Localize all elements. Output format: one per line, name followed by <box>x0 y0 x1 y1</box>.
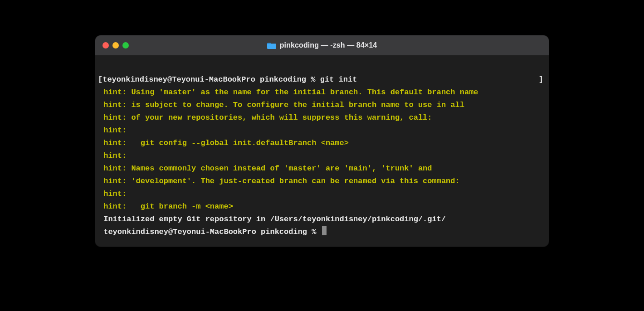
hint-line: hint: Names commonly chosen instead of '… <box>98 162 546 175</box>
window-title: pinkcoding — -zsh — 84×14 <box>95 41 549 49</box>
close-icon[interactable] <box>102 42 109 49</box>
hint-line: hint: git branch -m <name> <box>98 200 546 213</box>
hint-line: hint: <box>98 150 546 162</box>
cursor-icon <box>322 226 327 235</box>
minimize-icon[interactable] <box>112 42 119 49</box>
window-title-text: pinkcoding — -zsh — 84×14 <box>280 41 377 49</box>
hint-line: hint: Using 'master' as the name for the… <box>98 86 546 99</box>
prompt-text: teyonkindisney@Teyonui-MacBookPro pinkco… <box>99 228 321 236</box>
init-message: Initialized empty Git repository in /Use… <box>98 213 546 226</box>
hint-line: hint: <box>98 124 546 137</box>
maximize-icon[interactable] <box>122 42 129 49</box>
prompt-right-bracket: ] <box>539 73 546 86</box>
hint-line: hint: 'development'. The just-created br… <box>98 175 546 188</box>
terminal-output[interactable]: [teyonkindisney@Teyonui-MacBookPro pinkc… <box>95 55 549 247</box>
prompt-text: [teyonkindisney@Teyonui-MacBookPro pinkc… <box>98 75 320 84</box>
hint-line: hint: is subject to change. To configure… <box>98 99 546 112</box>
titlebar[interactable]: pinkcoding — -zsh — 84×14 <box>95 35 549 55</box>
hint-line: hint: of your new repositories, which wi… <box>98 112 546 124</box>
hint-line: hint: <box>98 188 546 200</box>
window-controls <box>102 42 129 49</box>
prompt-line-2: teyonkindisney@Teyonui-MacBookPro pinkco… <box>98 226 546 238</box>
terminal-window: pinkcoding — -zsh — 84×14 [teyonkindisne… <box>95 35 549 247</box>
prompt-line-1: [teyonkindisney@Teyonui-MacBookPro pinkc… <box>98 73 546 86</box>
command-text: git init <box>320 75 357 84</box>
hint-line: hint: git config --global init.defaultBr… <box>98 137 546 150</box>
folder-icon <box>267 42 276 49</box>
